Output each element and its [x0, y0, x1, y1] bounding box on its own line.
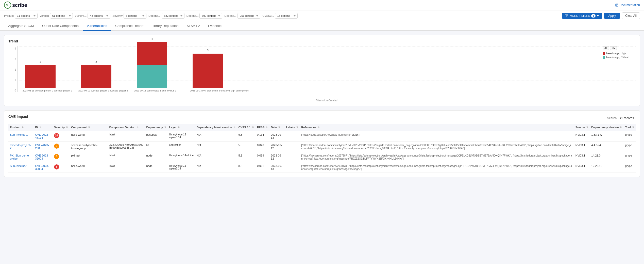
- legend-all-toggle[interactable]: All: [603, 46, 609, 50]
- cell-id-0: CVE-2022-48174: [33, 131, 52, 142]
- cell-references-3: ["https://hackerone.com/reports/2038134"…: [300, 162, 574, 173]
- bar-xlabel-2: 2023-09-13 Sub-Invictus-1 Sub-Invictus-1: [134, 89, 170, 92]
- filter-select-product[interactable]: 11 options: [15, 13, 38, 19]
- records-count: 41 records .: [620, 116, 636, 120]
- table-header: Product ⇅ ID ⇅ Severity ⇅ Component ⇅ Co…: [8, 124, 636, 131]
- col-severity[interactable]: Severity ⇅: [53, 124, 70, 131]
- filter-select-depend1[interactable]: 682 options: [162, 13, 184, 19]
- cell-cvss-0: 9.8: [237, 131, 256, 142]
- filter-group-vulnerability: Vulnera... 43 options: [75, 13, 111, 19]
- filter-select-depend2[interactable]: 397 options: [199, 13, 222, 19]
- legend-dot-critical: [603, 56, 605, 59]
- cell-date-3: 2023-09-13: [269, 162, 284, 173]
- cell-severity-2: 5: [53, 152, 70, 162]
- table-row: PKI-Sign-demo-project CVE-2023-32003 5 p…: [8, 152, 636, 162]
- cell-product-0: Sub-Invictus-1: [8, 131, 33, 142]
- col-component[interactable]: Component ⇅: [70, 124, 107, 131]
- bar-critical-2: [137, 65, 167, 88]
- svg-text:S: S: [6, 3, 8, 7]
- col-source[interactable]: Source ⇅: [574, 124, 590, 131]
- cell-dep-latest-2: N/A: [195, 152, 237, 162]
- filter-select-vulnerability[interactable]: 43 options: [88, 13, 110, 19]
- col-dependency[interactable]: Dependency ⇅: [145, 124, 167, 131]
- filter-select-depend3[interactable]: 256 options: [238, 13, 260, 19]
- clear-all-button[interactable]: Clear All: [622, 12, 640, 19]
- y-tick-0: 0: [8, 89, 16, 92]
- documentation-link[interactable]: Documentation: [615, 3, 640, 7]
- bar-label-1: 2: [95, 60, 97, 63]
- doc-link-text: Documentation: [619, 3, 640, 7]
- filter-select-cvss[interactable]: 13 options: [275, 13, 298, 19]
- cell-compver-2: latest: [107, 152, 145, 162]
- bar-label-2: 4: [151, 38, 153, 40]
- cell-product-2: PKI-Sign-demo-project: [8, 152, 33, 162]
- col-id[interactable]: ID ⇅: [33, 124, 52, 131]
- cell-depver-3: 12.22.12: [590, 162, 623, 173]
- filter-group-product: Product 11 options: [4, 13, 38, 19]
- cell-date-0: 2023-09-13: [269, 131, 284, 142]
- scribe-logo-icon: S: [4, 2, 11, 9]
- more-filters-badge: 1: [591, 14, 596, 18]
- cell-tool-0: grype: [623, 131, 636, 142]
- table-row: Sub-Invictus-1 CVE-2022-48174 10 hello-w…: [8, 131, 636, 142]
- table-row: avocado-project-2 CVE-2023-2908 5 scribe…: [8, 142, 636, 152]
- y-tick-4: 4: [8, 47, 16, 50]
- col-dep-version[interactable]: Dependency Version ⇅: [590, 124, 623, 131]
- cell-depver-1: 4.4.0-r4: [590, 142, 623, 152]
- cell-product-1: avocado-project-2: [8, 142, 33, 152]
- cell-source-2: NVD3.1: [574, 152, 590, 162]
- logo-text: scribe: [12, 2, 27, 8]
- col-dep-latest[interactable]: Dependency latest version ⇅: [195, 124, 237, 131]
- cell-dependency-0: busybox: [145, 131, 167, 142]
- filter-icon: [565, 14, 569, 18]
- more-filters-label: MORE FILTERS: [570, 14, 590, 17]
- tab-compliance[interactable]: Compliance Report: [111, 21, 147, 31]
- chart-group-2: 4 2023-09-13 Sub-Invictus-1 Sub-Invictus…: [134, 42, 170, 92]
- legend-label-critical: base image, Critical: [606, 56, 629, 59]
- tab-vulnerabilities[interactable]: Vulnerabilities: [83, 21, 111, 31]
- apply-button[interactable]: Apply: [604, 13, 620, 19]
- x-axis-title: Attestation Created: [18, 99, 636, 102]
- tab-library[interactable]: Library Reputation: [147, 21, 182, 31]
- col-labels[interactable]: Labels ⇅: [284, 124, 300, 131]
- legend-inv-toggle[interactable]: Inv: [610, 46, 617, 50]
- bar-label-0: 2: [40, 60, 41, 63]
- cell-references-1: ["https://access.redhat.com/security/cve…: [300, 142, 574, 152]
- tab-aggregate[interactable]: Aggregate SBOM: [4, 21, 38, 31]
- col-component-version[interactable]: Component Version ⇅: [107, 124, 145, 131]
- cell-epss-2: 0.059: [256, 152, 269, 162]
- bar-xlabel-3: 2023-09-14 PKI-Sign-demo-project PKI-Sig…: [190, 89, 226, 92]
- tab-out-of-date[interactable]: Out of Date Components: [38, 21, 83, 31]
- more-filters-button[interactable]: MORE FILTERS 1: [562, 13, 602, 19]
- col-cvss[interactable]: CVSS 3.1 ⇅: [237, 124, 256, 131]
- filter-select-severity[interactable]: 3 options: [124, 13, 146, 19]
- cell-component-3: hello-world: [70, 162, 107, 173]
- col-epss[interactable]: EPSS ⇅: [256, 124, 269, 131]
- filter-select-version[interactable]: 61 options: [50, 13, 73, 19]
- chart-group-0: 2 2023-08-16 avocado-project-2 avocado-p…: [23, 65, 58, 92]
- cell-cvss-3: 8.8: [237, 162, 256, 173]
- legend-row-high: base image, High: [603, 52, 636, 55]
- tab-slsa[interactable]: SLSA-L2: [183, 21, 204, 31]
- cell-cvss-2: 5.3: [237, 152, 256, 162]
- cell-dependency-1: tiff: [145, 142, 167, 152]
- bar-stack-3: [193, 54, 223, 88]
- cell-depver-2: 14.21.3: [590, 152, 623, 162]
- filter-group-version: Version 61 options: [40, 13, 73, 19]
- col-layer[interactable]: Layer ⇅: [168, 124, 195, 131]
- bar-stack-0: [25, 65, 56, 88]
- legend-dot-high: [603, 52, 605, 55]
- tab-evidence[interactable]: Evidence: [204, 21, 226, 31]
- filter-label-depend2: Depend...: [187, 14, 199, 17]
- cell-layer-1: application: [168, 142, 195, 152]
- bar-xlabel-0: 2023-08-16 avocado-project-2 avocado-pro…: [23, 89, 58, 92]
- col-date[interactable]: Date ⇅: [269, 124, 284, 131]
- cell-component-2: pki-test: [70, 152, 107, 162]
- col-tool[interactable]: Tool ⇅: [623, 124, 636, 131]
- col-references[interactable]: References ⇅: [300, 124, 574, 131]
- cell-tool-2: grype: [623, 152, 636, 162]
- col-product[interactable]: Product ⇅: [8, 124, 33, 131]
- cell-dep-latest-0: N/A: [195, 131, 237, 142]
- cell-date-1: 2023-09-12: [269, 142, 284, 152]
- legend-label-high: base image, High: [606, 52, 626, 55]
